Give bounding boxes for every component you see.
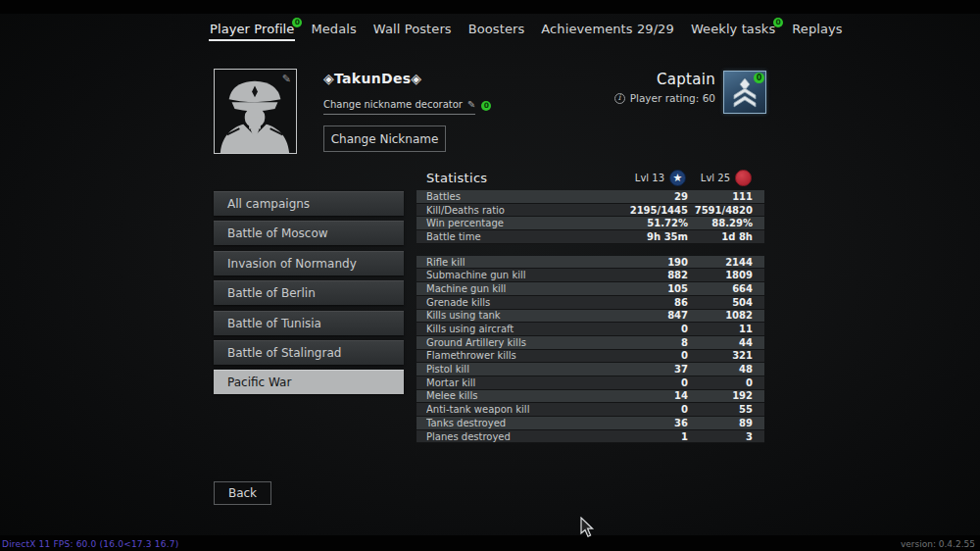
stat-label: Melee kills (426, 390, 600, 401)
stat-label: Machine gun kill (426, 283, 600, 294)
stat-value-col1: 847 (600, 310, 688, 321)
campaign-invasion-of-normandy[interactable]: Invasion of Normandy (214, 251, 404, 276)
stat-value-col2: 321 (688, 350, 753, 361)
stat-value-col2: 192 (688, 390, 753, 401)
rank-title: Captain (614, 71, 715, 88)
statistics-panel: Statistics Lvl 13 ★ Lvl 25 Battles 29 11… (416, 169, 764, 443)
stat-row: Kills using tank 847 1082 (416, 310, 764, 324)
stat-row: Mortar kill 0 0 (416, 376, 764, 390)
stat-label: Ground Artillery kills (426, 337, 600, 348)
stat-value-col1: 0 (600, 350, 688, 361)
stat-row: Win percentage 51.72% 88.29% (416, 217, 764, 230)
top-letterbox (0, 0, 980, 14)
detail-stats-table: Rifle kill 190 2144 Submachine gun kill … (416, 256, 764, 444)
stat-row: Submachine gun kill 882 1809 (416, 269, 764, 282)
fps-debug-text: DirectX 11 FPS: 60.0 (16.0<17.3 16.7) (2, 539, 178, 549)
stat-value-col1: 0 (600, 377, 688, 388)
game-background: Player Profile 0 Medals Wall Posters Boo… (0, 0, 980, 551)
stat-label: Grenade kills (426, 297, 600, 308)
campaign-all-campaigns[interactable]: All campaigns (214, 191, 404, 216)
column2-level-label: Lvl 25 (701, 173, 730, 183)
stat-row: Machine gun kill 105 664 (416, 282, 764, 296)
tab-label: Replays (792, 22, 842, 36)
stat-value-col2: 11 (688, 324, 753, 334)
change-nickname-decorator[interactable]: Change nickname decorator ✎ 0 (323, 99, 491, 115)
tab-label: Player Profile (210, 22, 294, 36)
stat-value-col1: 882 (600, 270, 688, 280)
usa-star-roundel-icon: ★ (669, 170, 686, 186)
stat-label: Rifle kill (426, 257, 600, 268)
stat-value-col1: 105 (600, 283, 688, 294)
stat-row: Melee kills 14 192 (416, 390, 764, 404)
tab-medals[interactable]: Medals (309, 21, 358, 43)
stat-label: Kills using aircraft (426, 324, 600, 334)
stat-value-col2: 0 (688, 377, 753, 388)
campaign-filter-list: All campaigns Battle of Moscow Invasion … (214, 191, 404, 400)
stat-label: Pistol kill (426, 364, 600, 375)
campaign-battle-of-moscow[interactable]: Battle of Moscow (214, 221, 404, 245)
version-text: version: 0.4.2.55 (901, 539, 975, 549)
info-icon[interactable]: i (614, 93, 625, 104)
stat-label: Battle time (426, 231, 600, 242)
stat-value-col2: 7591/4820 (688, 205, 753, 216)
tab-weekly-tasks[interactable]: Weekly tasks 0 (689, 21, 777, 43)
statistics-header: Statistics Lvl 13 ★ Lvl 25 (416, 169, 764, 190)
edit-pencil-icon: ✎ (467, 99, 475, 110)
player-nickname: ◈TakunDes◈ (323, 71, 421, 86)
stat-label: Planes destroyed (426, 431, 600, 442)
change-nickname-button[interactable]: Change Nickname (323, 125, 446, 152)
campaign-battle-of-stalingrad[interactable]: Battle of Stalingrad (214, 340, 404, 365)
statistics-title: Statistics (426, 171, 487, 185)
stat-value-col2: 89 (688, 418, 753, 428)
stat-label: Kill/Deaths ratio (426, 205, 600, 216)
stat-label: Tanks destroyed (426, 418, 600, 428)
rank-block: Captain i Player rating: 60 (614, 71, 715, 104)
stat-label: Anti-tank weapon kill (426, 404, 600, 415)
stat-value-col1: 36 (600, 418, 688, 428)
tab-achievements[interactable]: Achievements 29/29 (539, 21, 676, 43)
column1-level-label: Lvl 13 (635, 173, 664, 183)
stat-value-col1: 9h 35m (600, 231, 688, 242)
stat-row: Grenade kills 86 504 (416, 296, 764, 310)
stat-value-col2: 111 (688, 191, 753, 202)
rank-insignia-badge[interactable]: 0 (723, 71, 766, 114)
stat-row: Rifle kill 190 2144 (416, 256, 764, 270)
campaign-battle-of-berlin[interactable]: Battle of Berlin (214, 280, 404, 305)
stat-value-col2: 55 (688, 404, 753, 415)
stat-value-col2: 48 (688, 364, 753, 375)
notification-badge: 0 (481, 101, 491, 111)
stat-value-col1: 86 (600, 297, 688, 308)
decorator-link-label: Change nickname decorator (323, 99, 463, 110)
tab-wall-posters[interactable]: Wall Posters (371, 21, 454, 43)
campaign-battle-of-tunisia[interactable]: Battle of Tunisia (214, 311, 404, 335)
stat-row: Flamethrower kills 0 321 (416, 350, 764, 364)
player-avatar[interactable]: ✎ (214, 69, 297, 154)
tab-label: Weekly tasks (691, 22, 775, 36)
back-button[interactable]: Back (214, 481, 271, 505)
stat-row: Pistol kill 37 48 (416, 363, 764, 376)
summary-stats-table: Battles 29 111 Kill/Deaths ratio 2195/14… (416, 190, 764, 244)
stat-value-col1: 29 (600, 191, 688, 202)
stat-row: Kill/Deaths ratio 2195/1445 7591/4820 (416, 204, 764, 218)
stat-value-col2: 44 (688, 337, 753, 348)
stat-row: Battle time 9h 35m 1d 8h (416, 230, 764, 244)
tab-player-profile[interactable]: Player Profile 0 (208, 21, 296, 43)
stat-value-col2: 88.29% (688, 218, 753, 228)
stat-row: Anti-tank weapon kill 0 55 (416, 403, 764, 417)
stat-value-col1: 0 (600, 404, 688, 415)
stat-value-col2: 1082 (688, 310, 753, 321)
tab-boosters[interactable]: Boosters (466, 21, 527, 43)
campaign-pacific-war[interactable]: Pacific War (214, 370, 404, 394)
stat-value-col1: 0 (600, 324, 688, 334)
stat-row: Tanks destroyed 36 89 (416, 417, 764, 430)
stat-value-col2: 664 (688, 283, 753, 294)
japan-red-roundel-icon (735, 170, 752, 186)
tab-replays[interactable]: Replays (790, 21, 844, 43)
stat-value-col1: 51.72% (600, 218, 688, 228)
stat-label: Submachine gun kill (426, 270, 600, 280)
stat-value-col1: 1 (600, 431, 688, 442)
stat-row: Planes destroyed 1 3 (416, 430, 764, 444)
edit-avatar-icon[interactable]: ✎ (282, 73, 291, 85)
stat-value-col1: 37 (600, 364, 688, 375)
stat-label: Battles (426, 191, 600, 202)
